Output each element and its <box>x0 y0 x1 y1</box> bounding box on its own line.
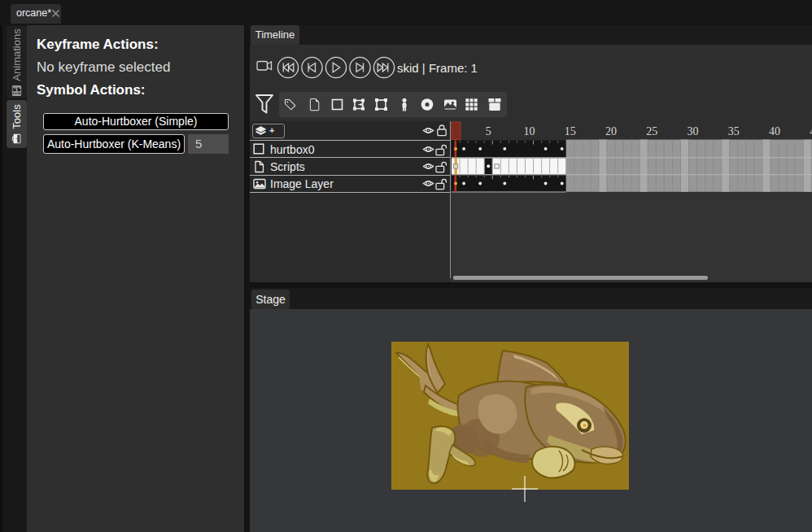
svg-text:10: 10 <box>524 125 535 137</box>
svg-text:15: 15 <box>565 125 576 137</box>
svg-text:30: 30 <box>688 125 699 137</box>
svg-text:35: 35 <box>728 125 740 137</box>
svg-text:20: 20 <box>605 125 617 137</box>
svg-text:5: 5 <box>486 125 491 137</box>
svg-text:40: 40 <box>769 125 780 137</box>
svg-text:25: 25 <box>646 125 657 137</box>
